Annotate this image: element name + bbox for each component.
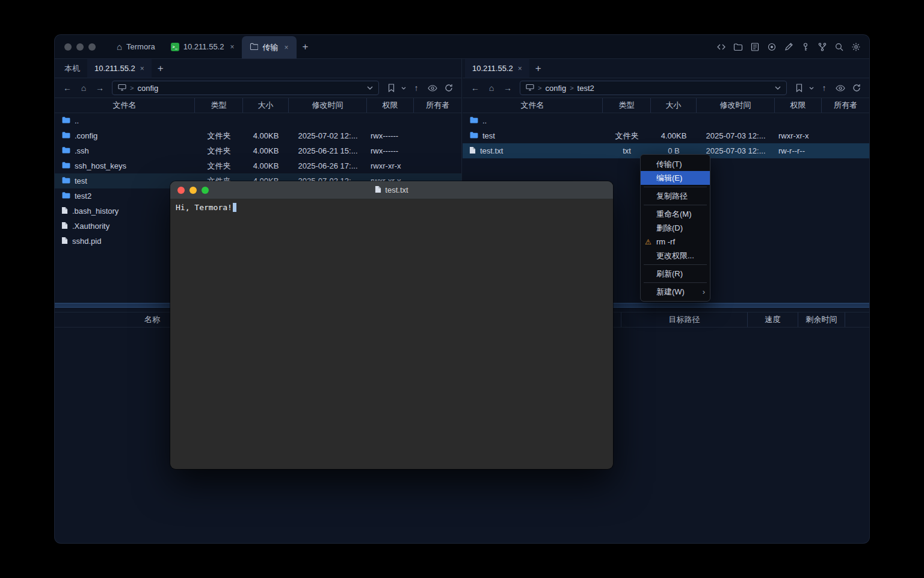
close-tab-icon[interactable]: × [518, 64, 522, 73]
bookmark-icon[interactable] [792, 81, 806, 95]
tab-label: Termora [126, 42, 155, 51]
file-mtime-cell [697, 113, 775, 128]
column-header-owner[interactable]: 所有者 [414, 98, 461, 113]
column-header-name[interactable]: 文件名 [463, 98, 603, 113]
column-header-owner[interactable]: 所有者 [822, 98, 869, 113]
bookmark-dropdown-icon[interactable] [808, 81, 815, 95]
file-name-cell: .ssh [55, 143, 195, 158]
path-separator: > [570, 84, 573, 92]
file-row-.ssh[interactable]: .ssh文件夹4.00KB2025-06-21 15:...rwx------ [55, 143, 461, 158]
menu-item-label: 新建(W) [656, 287, 685, 297]
home-icon[interactable]: ⌂ [76, 81, 91, 95]
back-icon[interactable]: ← [60, 81, 75, 95]
column-header-name[interactable]: 文件名 [55, 98, 195, 113]
forward-icon[interactable]: → [500, 81, 515, 95]
log-icon[interactable] [750, 41, 760, 53]
right-new-tab-button[interactable]: + [529, 63, 547, 75]
column-header-size[interactable]: 大小 [243, 98, 289, 113]
menu-item-label: 删除(D) [656, 223, 683, 234]
file-mtime-cell: 2025-07-02 12:... [289, 128, 367, 143]
bookmark-icon[interactable] [384, 81, 398, 95]
column-header-mtime[interactable]: 修改时间 [697, 98, 775, 113]
column-header-eta[interactable]: 剩余时间 [798, 312, 845, 327]
column-header-dest-path[interactable]: 目标路径 [621, 312, 748, 327]
chevron-down-icon[interactable] [775, 86, 781, 90]
menu-item-1[interactable]: 编辑(E) [641, 171, 710, 185]
show-hidden-eye-icon[interactable] [833, 81, 848, 95]
upload-icon[interactable]: ↑ [817, 81, 831, 95]
file-owner-cell [822, 113, 869, 128]
menu-item-0[interactable]: 传输(T) [641, 157, 710, 171]
right-path-bar[interactable]: > config > test2 [520, 81, 787, 95]
file-row-..[interactable]: .. [55, 113, 461, 128]
branch-icon[interactable] [817, 41, 828, 53]
column-header-perm[interactable]: 权限 [775, 98, 822, 113]
column-header-mtime[interactable]: 修改时间 [289, 98, 367, 113]
zoom-window-button[interactable] [88, 43, 96, 51]
tab-ssh-session[interactable]: >_ 10.211.55.2 × [163, 35, 242, 59]
menu-item-6[interactable]: 删除(D) [641, 221, 710, 235]
editor-titlebar[interactable]: test.txt [170, 181, 613, 199]
code-icon[interactable] [716, 41, 727, 53]
minimize-window-button[interactable] [189, 187, 197, 194]
menu-item-8[interactable]: 更改权限... [641, 249, 710, 263]
right-tab-remote[interactable]: 10.211.55.2 × [465, 59, 529, 78]
close-window-button[interactable] [64, 43, 72, 51]
file-row-ssh_host_keys[interactable]: ssh_host_keys文件夹4.00KB2025-06-26 17:...r… [55, 158, 461, 173]
close-tab-icon[interactable]: × [140, 64, 144, 73]
column-header-type[interactable]: 类型 [195, 98, 243, 113]
chevron-down-icon[interactable] [367, 86, 373, 90]
menu-item-5[interactable]: 重命名(M) [641, 207, 710, 221]
forward-icon[interactable]: → [93, 81, 107, 95]
refresh-icon[interactable] [442, 81, 456, 95]
menu-item-3[interactable]: 复制路径 [641, 189, 710, 203]
file-row-.config[interactable]: .config文件夹4.00KB2025-07-02 12:...rwx----… [55, 128, 461, 143]
close-tab-icon[interactable]: × [284, 43, 288, 52]
tab-transfer[interactable]: 传输 × [242, 36, 296, 58]
column-header-size[interactable]: 大小 [651, 98, 697, 113]
back-icon[interactable]: ← [468, 81, 482, 95]
editor-content[interactable]: Hi, Termora! [170, 199, 613, 216]
tab-termora[interactable]: ⌂ Termora [109, 35, 163, 59]
left-new-tab-button[interactable]: + [152, 63, 170, 75]
close-window-button[interactable] [177, 187, 185, 194]
window-controls [55, 43, 109, 51]
left-path-bar[interactable]: > config [112, 81, 379, 95]
column-header-perm[interactable]: 权限 [367, 98, 414, 113]
file-row-test[interactable]: test文件夹4.00KB2025-07-03 12:...rwxr-xr-x [463, 128, 869, 143]
file-row-..[interactable]: .. [463, 113, 869, 128]
minimize-window-button[interactable] [76, 43, 84, 51]
left-tab-local[interactable]: 本机 [57, 59, 87, 78]
refresh-icon[interactable] [849, 81, 864, 95]
folder-icon [61, 191, 70, 200]
folder-icon[interactable] [733, 41, 744, 53]
path-segment[interactable]: config [137, 84, 158, 93]
editor-text: Hi, Termora! [176, 203, 232, 212]
path-segment[interactable]: config [545, 84, 566, 93]
menu-item-12[interactable]: 新建(W)› [641, 285, 710, 299]
show-hidden-eye-icon[interactable] [425, 81, 440, 95]
edit-icon[interactable] [783, 41, 794, 53]
file-perm-cell [367, 113, 414, 128]
column-header-speed[interactable]: 速度 [748, 312, 798, 327]
text-cursor [233, 203, 236, 212]
path-segment[interactable]: test2 [578, 84, 594, 93]
new-tab-button[interactable]: + [297, 41, 315, 53]
settings-gear-icon[interactable] [851, 41, 861, 53]
search-icon[interactable] [834, 41, 845, 53]
upload-icon[interactable]: ↑ [409, 81, 424, 95]
editor-window: test.txt Hi, Termora! [170, 181, 613, 469]
file-owner-cell [414, 143, 461, 158]
tab-label: 10.211.55.2 [183, 42, 224, 51]
key-icon[interactable] [800, 41, 811, 53]
bookmark-dropdown-icon[interactable] [400, 81, 407, 95]
menu-item-7[interactable]: ⚠rm -rf [641, 235, 710, 249]
menu-item-10[interactable]: 刷新(R) [641, 267, 710, 281]
file-icon [469, 146, 476, 156]
record-icon[interactable] [766, 41, 777, 53]
close-tab-icon[interactable]: × [230, 43, 234, 51]
zoom-window-button[interactable] [202, 187, 209, 194]
left-tab-remote[interactable]: 10.211.55.2 × [87, 59, 152, 78]
home-icon[interactable]: ⌂ [484, 81, 499, 95]
column-header-type[interactable]: 类型 [603, 98, 651, 113]
